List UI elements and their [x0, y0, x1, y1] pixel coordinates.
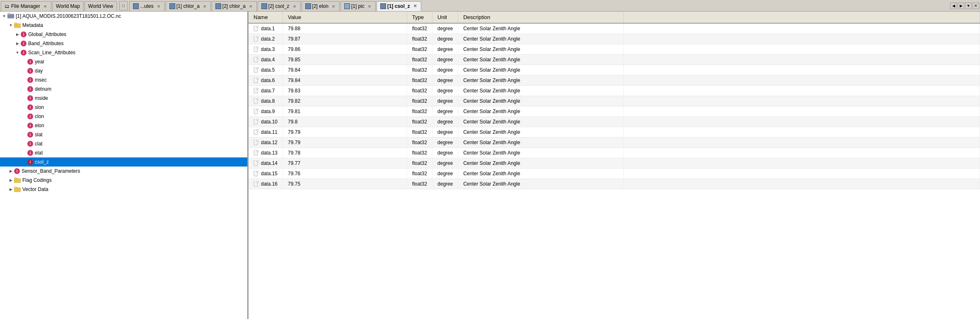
tree-root[interactable]: ▼ [1] AQUA_MODIS.20100623T181501.L2.OC.n… — [0, 12, 247, 21]
table-row[interactable]: data.11 79.79float32degreeCenter Solar Z… — [249, 127, 980, 138]
tree-day[interactable]: i day — [0, 66, 247, 75]
tree-band-attributes[interactable]: ▶ i Band_Attributes — [0, 39, 247, 48]
table-row[interactable]: data.13 79.78float32degreeCenter Solar Z… — [249, 148, 980, 158]
close-tab-elon2[interactable]: ✕ — [331, 4, 336, 9]
svg-rect-25 — [257, 77, 258, 79]
close-tab-chlora2[interactable]: ✕ — [248, 4, 253, 9]
tab-scroll-left[interactable]: ◀ — [950, 2, 957, 9]
col-header-value[interactable]: Value — [283, 12, 407, 23]
table-row[interactable]: data.2 79.87float32degreeCenter Solar Ze… — [249, 34, 980, 44]
tab-world-view[interactable]: World View — [84, 1, 117, 11]
cell-name: data.6 — [249, 75, 283, 86]
scan-line-attributes-label: Scan_Line_Attributes — [28, 50, 75, 56]
tab-close-all[interactable]: ✕ — [973, 2, 979, 9]
tree-global-attributes[interactable]: ▶ i Global_Attributes — [0, 30, 247, 39]
col-header-unit[interactable]: Unit — [432, 12, 458, 23]
table-row[interactable]: data.4 79.85float32degreeCenter Solar Ze… — [249, 55, 980, 65]
tab-attributes[interactable]: ...utes ✕ — [129, 1, 165, 11]
cell-description: Center Solar Zenith Angle — [458, 138, 624, 148]
table-row[interactable]: data.1 79.88float32degreeCenter Solar Ze… — [249, 23, 980, 34]
close-tab-csolz2[interactable]: ✕ — [292, 4, 297, 9]
cell-value: 79.79 — [283, 138, 407, 148]
cell-type: float32 — [407, 106, 432, 117]
file-icon — [253, 160, 259, 166]
tree-slon[interactable]: i slon — [0, 103, 247, 112]
cell-name: data.11 — [249, 127, 283, 138]
table-row[interactable]: data.6 79.84float32degreeCenter Solar Ze… — [249, 75, 980, 86]
clat-label: clat — [35, 141, 43, 147]
close-tab-csolz1[interactable]: ✕ — [413, 4, 418, 9]
tree-clon[interactable]: i clon — [0, 112, 247, 121]
tab-chlor-a-1[interactable]: [1] chlor_a ✕ — [166, 1, 211, 11]
cell-value: 79.75 — [283, 179, 407, 189]
tab-dropdown[interactable]: ▼ — [965, 2, 972, 9]
svg-rect-3 — [14, 23, 17, 24]
grid-icon-attributes — [133, 3, 139, 9]
tab-csol-z-1[interactable]: [1] csol_z ✕ — [377, 1, 421, 11]
tab-elon-2[interactable]: [2] elon ✕ — [302, 1, 340, 11]
tab-scroll-right[interactable]: ▶ — [958, 2, 964, 9]
svg-rect-46 — [257, 150, 258, 152]
cell-value: 79.88 — [283, 23, 407, 34]
tree-sensor-band[interactable]: ▶ i Sensor_Band_Parameters — [0, 167, 247, 176]
svg-rect-19 — [257, 57, 258, 58]
table-row[interactable]: data.12 79.79float32degreeCenter Solar Z… — [249, 138, 980, 148]
tree-slat[interactable]: i slat — [0, 130, 247, 139]
tree-elon[interactable]: i elon — [0, 121, 247, 130]
cell-type: float32 — [407, 23, 432, 34]
tab-label-file-manager: File Manager — [11, 3, 40, 9]
tab-csol-z-2[interactable]: [2] csol_z ✕ — [258, 1, 301, 11]
col-header-description[interactable]: Description — [458, 12, 624, 23]
table-row[interactable]: data.3 79.86float32degreeCenter Solar Ze… — [249, 44, 980, 55]
tree-elat[interactable]: i elat — [0, 148, 247, 157]
close-tab-chlora1[interactable]: ✕ — [202, 4, 207, 9]
tree-year[interactable]: i year — [0, 57, 247, 66]
tree-csol-z[interactable]: i csol_z — [0, 157, 247, 167]
tab-file-manager[interactable]: 🗂 File Manager ✕ — [1, 1, 51, 11]
cell-name: data.5 — [249, 65, 283, 75]
cell-type: float32 — [407, 86, 432, 96]
table-row[interactable]: data.10 79.8float32degreeCenter Solar Ze… — [249, 117, 980, 127]
info-icon-scanline: i — [21, 50, 27, 56]
tree-metadata[interactable]: ▼ Metadata — [0, 21, 247, 30]
tab-chlor-a-2[interactable]: [2] chlor_a ✕ — [212, 1, 257, 11]
tree-vector-data[interactable]: ▶ Vector Data — [0, 185, 247, 194]
table-row[interactable]: data.15 79.76float32degreeCenter Solar Z… — [249, 169, 980, 179]
tree-msec[interactable]: i msec — [0, 75, 247, 85]
cell-name: data.16 — [249, 179, 283, 189]
close-tab-pic1[interactable]: ✕ — [367, 4, 372, 9]
cell-description: Center Solar Zenith Angle — [458, 65, 624, 75]
maximize-button[interactable]: □ — [119, 1, 128, 10]
close-tab-file-manager[interactable]: ✕ — [43, 4, 48, 9]
cell-extra — [624, 75, 980, 86]
cell-type: float32 — [407, 158, 432, 169]
tree-flag-codings[interactable]: ▶ Flag Codings — [0, 176, 247, 185]
close-tab-attributes[interactable]: ✕ — [156, 4, 161, 9]
cell-description: Center Solar Zenith Angle — [458, 169, 624, 179]
cell-value: 79.81 — [283, 106, 407, 117]
table-row[interactable]: data.8 79.82float32degreeCenter Solar Ze… — [249, 96, 980, 106]
slat-label: slat — [35, 132, 43, 138]
col-header-name[interactable]: Name — [249, 12, 283, 23]
tree-detnum[interactable]: i detnum — [0, 85, 247, 94]
table-row[interactable]: data.9 79.81float32degreeCenter Solar Ze… — [249, 106, 980, 117]
table-row[interactable]: data.5 79.84float32degreeCenter Solar Ze… — [249, 65, 980, 75]
slon-label: slon — [35, 104, 44, 110]
svg-rect-13 — [257, 36, 258, 38]
table-row[interactable]: data.7 79.83float32degreeCenter Solar Ze… — [249, 86, 980, 96]
cell-description: Center Solar Zenith Angle — [458, 34, 624, 44]
col-header-type[interactable]: Type — [407, 12, 432, 23]
tree-clat[interactable]: i clat — [0, 139, 247, 148]
table-row[interactable]: data.16 79.75float32degreeCenter Solar Z… — [249, 179, 980, 189]
expand-icon-msec — [22, 77, 27, 82]
tab-world-map[interactable]: World Map — [52, 1, 84, 11]
tab-pic-1[interactable]: [1] pic ✕ — [340, 1, 376, 11]
folder-icon: 🗂 — [5, 3, 10, 9]
tree-mside[interactable]: i mside — [0, 94, 247, 103]
tree-scan-line-attributes[interactable]: ▼ i Scan_Line_Attributes — [0, 48, 247, 57]
cell-type: float32 — [407, 55, 432, 65]
svg-rect-1 — [7, 13, 10, 15]
cell-name: data.15 — [249, 169, 283, 179]
table-row[interactable]: data.14 79.77float32degreeCenter Solar Z… — [249, 158, 980, 169]
svg-rect-40 — [257, 129, 258, 131]
